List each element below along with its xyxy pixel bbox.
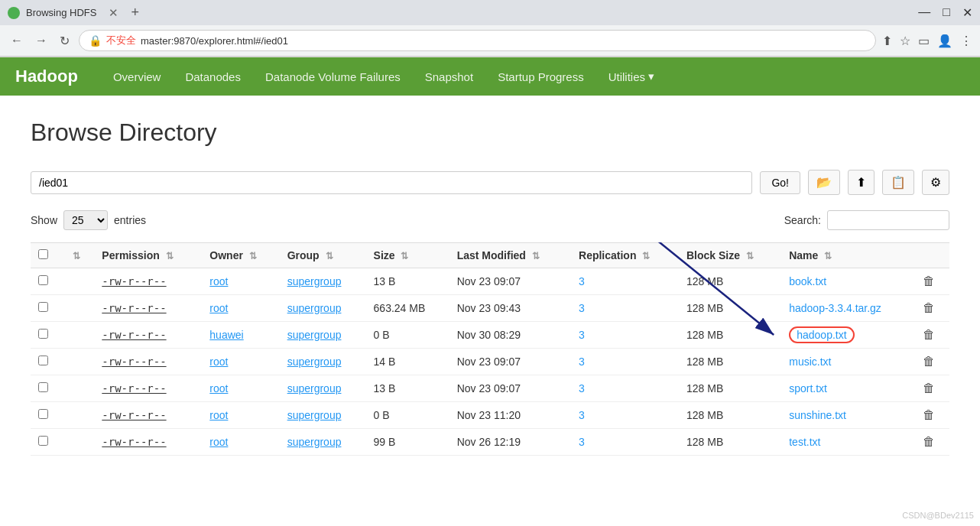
delete-button[interactable]: 🗑 [923, 355, 935, 368]
delete-button[interactable]: 🗑 [923, 408, 935, 421]
main-content: Browse Directory Go! 📂 ⬆ 📋 ⚙ Show 10 25 … [0, 96, 980, 479]
nav-snapshot[interactable]: Snapshot [413, 57, 485, 96]
owner-link[interactable]: huawei [209, 329, 243, 341]
th-group[interactable]: Group ⇅ [280, 243, 366, 268]
delete-button[interactable]: 🗑 [923, 274, 935, 287]
close-icon[interactable]: ✕ [962, 5, 972, 20]
owner-link[interactable]: root [209, 302, 228, 314]
group-link[interactable]: supergroup [287, 409, 342, 421]
replication-link[interactable]: 3 [579, 302, 585, 314]
row-owner: root [202, 295, 279, 322]
file-link[interactable]: test.txt [789, 436, 820, 448]
row-checkbox[interactable] [38, 382, 48, 392]
row-delete: 🗑 [915, 349, 949, 375]
owner-link[interactable]: root [209, 356, 228, 368]
size-sort-icon: ⇅ [401, 251, 408, 261]
file-link[interactable]: hadoop.txt [789, 326, 854, 343]
th-replication[interactable]: Replication ⇅ [571, 243, 679, 268]
replication-link[interactable]: 3 [579, 409, 585, 421]
row-size: 14 B [366, 349, 449, 375]
list-view-button[interactable]: 📋 [882, 170, 914, 195]
file-link[interactable]: book.txt [789, 275, 826, 287]
th-last-modified[interactable]: Last Modified ⇅ [449, 243, 571, 268]
owner-link[interactable]: root [209, 382, 228, 394]
table-row: -rw-r--r-- root supergroup 13 B Nov 23 0… [31, 268, 949, 295]
url-bar[interactable]: 🔒 不安全 master:9870/explorer.html#/ied01 [79, 30, 876, 51]
nav-utilities-dropdown[interactable]: Utilities ▾ [596, 57, 667, 96]
show-label: Show [31, 214, 57, 226]
delete-button[interactable]: 🗑 [923, 301, 935, 314]
hadoop-logo: Hadoop [15, 67, 78, 86]
browser-tab-favicon [8, 7, 20, 19]
new-tab-icon[interactable]: + [131, 5, 139, 21]
group-link[interactable]: supergroup [287, 436, 342, 448]
row-permission: -rw-r--r-- [94, 322, 202, 349]
owner-link[interactable]: root [209, 275, 228, 287]
reload-button[interactable]: ↻ [57, 31, 73, 51]
table-row: -rw-r--r-- huawei supergroup 0 B Nov 30 … [31, 322, 949, 349]
search-input[interactable] [827, 210, 949, 230]
back-button[interactable]: ← [8, 31, 26, 50]
group-link[interactable]: supergroup [287, 302, 342, 314]
owner-link[interactable]: root [209, 436, 228, 448]
entries-select[interactable]: 10 25 50 100 [63, 210, 108, 230]
config-button[interactable]: ⚙ [922, 170, 949, 195]
th-sort0[interactable]: ⇅ [62, 243, 94, 268]
maximize-icon[interactable]: □ [943, 5, 950, 20]
bookmark-share-icon[interactable]: ⬆ [882, 34, 892, 48]
th-size[interactable]: Size ⇅ [366, 243, 449, 268]
row-owner: root [202, 268, 279, 295]
row-owner: root [202, 375, 279, 402]
group-link[interactable]: supergroup [287, 382, 342, 394]
forward-button[interactable]: → [32, 31, 50, 50]
replication-link[interactable]: 3 [579, 356, 585, 368]
path-input[interactable] [31, 171, 752, 194]
close-tab-icon[interactable]: ✕ [109, 6, 118, 20]
star-icon[interactable]: ☆ [900, 34, 910, 48]
open-folder-button[interactable]: 📂 [808, 170, 840, 195]
delete-button[interactable]: 🗑 [923, 382, 935, 394]
row-replication: 3 [571, 402, 679, 429]
replication-link[interactable]: 3 [579, 382, 585, 394]
owner-link[interactable]: root [209, 409, 228, 421]
th-checkbox [31, 243, 62, 268]
th-block-size[interactable]: Block Size ⇅ [679, 243, 781, 268]
minimize-icon[interactable]: — [918, 5, 930, 20]
group-link[interactable]: supergroup [287, 275, 342, 287]
file-link[interactable]: hadoop-3.3.4.tar.gz [789, 302, 881, 314]
row-size: 13 B [366, 375, 449, 402]
delete-button[interactable]: 🗑 [923, 328, 935, 341]
row-checkbox[interactable] [38, 275, 48, 285]
file-link[interactable]: sunshine.txt [789, 409, 846, 421]
modified-sort-icon: ⇅ [532, 251, 540, 261]
select-all-checkbox[interactable] [38, 249, 48, 259]
row-checkbox[interactable] [38, 356, 48, 365]
file-link[interactable]: sport.txt [789, 382, 827, 394]
group-link[interactable]: supergroup [287, 356, 342, 368]
replication-link[interactable]: 3 [579, 436, 585, 448]
nav-overview[interactable]: Overview [101, 57, 174, 96]
nav-datanode-volume-failures[interactable]: Datanode Volume Failures [253, 57, 413, 96]
row-last-modified: Nov 23 09:07 [449, 375, 571, 402]
replication-link[interactable]: 3 [579, 329, 585, 341]
profile-icon[interactable]: 👤 [937, 34, 952, 48]
th-permission[interactable]: Permission ⇅ [94, 243, 202, 268]
delete-button[interactable]: 🗑 [923, 435, 935, 448]
browser-titlebar: Browsing HDFS ✕ + — □ ✕ [0, 0, 980, 25]
th-name[interactable]: Name ⇅ [781, 243, 915, 268]
group-link[interactable]: supergroup [287, 329, 342, 341]
nav-datanodes[interactable]: Datanodes [173, 57, 253, 96]
row-checkbox[interactable] [38, 436, 48, 446]
go-button[interactable]: Go! [760, 171, 800, 194]
upload-button[interactable]: ⬆ [848, 170, 875, 195]
th-owner[interactable]: Owner ⇅ [202, 243, 279, 268]
sidebar-icon[interactable]: ▭ [918, 34, 930, 48]
row-checkbox[interactable] [38, 302, 48, 312]
row-checkbox[interactable] [38, 329, 48, 339]
file-link[interactable]: music.txt [789, 356, 831, 368]
replication-link[interactable]: 3 [579, 275, 585, 287]
menu-icon[interactable]: ⋮ [960, 34, 972, 48]
nav-startup-progress[interactable]: Startup Progress [485, 57, 596, 96]
row-group: supergroup [280, 295, 366, 322]
row-checkbox[interactable] [38, 409, 48, 419]
